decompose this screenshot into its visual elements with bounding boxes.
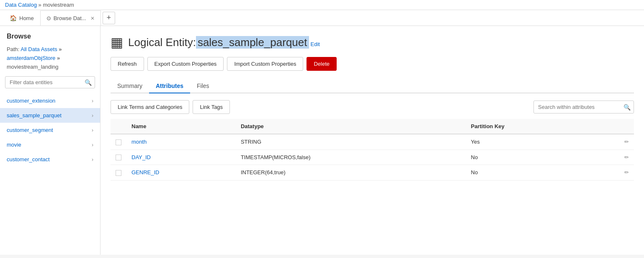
row-checkbox[interactable] [116, 139, 121, 145]
filter-input[interactable] [5, 76, 95, 88]
row-name-link[interactable]: month [131, 139, 147, 145]
path-label: Path: [7, 46, 19, 52]
table-header-datatype: Datatype [236, 119, 466, 134]
attributes-toolbar: Link Terms and Categories Link Tags 🔍 [111, 100, 634, 114]
edit-icon[interactable]: ✏ [624, 139, 629, 145]
table-header-name: Name [126, 119, 236, 134]
row-edit-cell: ✏ [592, 134, 634, 150]
home-icon: 🏠 [10, 15, 17, 21]
row-name-link[interactable]: GENRE_ID [131, 169, 159, 175]
import-button[interactable]: Import Custom Properties [227, 57, 303, 71]
entity-table-icon: ▦ [111, 34, 123, 50]
row-datatype-cell: INTEGER(64,true) [236, 165, 466, 181]
row-name-link[interactable]: DAY_ID [131, 154, 151, 160]
tab-files[interactable]: Files [190, 79, 216, 93]
tab-attributes[interactable]: Attributes [149, 79, 190, 93]
entity-name: sales_sample_parquet [196, 36, 309, 49]
sidebar-item-customer-extension[interactable]: customer_extension › [0, 93, 100, 108]
tab-home-label: Home [19, 15, 34, 21]
chevron-right-icon: › [92, 98, 93, 104]
sidebar: Browse Path: All Data Assets » amsterdam… [0, 26, 100, 255]
sidebar-item-customer-segment[interactable]: customer_segment › [0, 123, 100, 137]
path-plain: moviestream_landing [7, 64, 59, 70]
table-row: DAY_ID TIMESTAMP(MICROS,false) No ✏ [111, 150, 634, 165]
chevron-right-icon: › [92, 113, 93, 119]
breadcrumb-page: moviestream [43, 2, 74, 8]
row-datatype-cell: STRING [236, 134, 466, 150]
table-row: GENRE_ID INTEGER(64,true) No ✏ [111, 165, 634, 181]
path-sep1: » [59, 46, 62, 52]
row-edit-cell: ✏ [592, 150, 634, 165]
edit-icon[interactable]: ✏ [624, 169, 629, 175]
globe-icon: ⊙ [46, 15, 51, 21]
sidebar-item-customer-contact[interactable]: customer_contact › [0, 152, 100, 167]
sidebar-path: Path: All Data Assets » amsterdamObjStor… [0, 45, 100, 76]
row-name-cell: DAY_ID [126, 150, 236, 165]
attr-toolbar-left: Link Terms and Categories Link Tags [111, 100, 230, 114]
row-datatype-cell: TIMESTAMP(MICROS,false) [236, 150, 466, 165]
row-partition-key-cell: No [466, 150, 592, 165]
sidebar-title: Browse [0, 33, 100, 45]
tabs-bar: 🏠 Home ⊙ Browse Dat... ✕ + [0, 10, 644, 26]
row-edit-cell: ✏ [592, 165, 634, 181]
link-tags-button[interactable]: Link Tags [193, 100, 230, 114]
table-header-partition-key: Partition Key [466, 119, 592, 134]
sidebar-item-movie[interactable]: movie › [0, 137, 100, 152]
chevron-right-icon: › [92, 142, 93, 148]
sidebar-item-label: sales_sample_parquet [7, 112, 62, 119]
row-partition-key-cell: No [466, 165, 592, 181]
row-checkbox[interactable] [116, 170, 121, 176]
search-attributes-icon: 🔍 [623, 104, 631, 111]
entity-label-prefix: Logical Entity: [128, 36, 196, 49]
close-icon[interactable]: ✕ [90, 15, 95, 21]
sidebar-item-label: movie [7, 142, 21, 148]
filter-search-icon: 🔍 [85, 79, 92, 86]
chevron-right-icon: › [92, 127, 93, 133]
tab-home[interactable]: 🏠 Home [3, 10, 40, 26]
table-header-row: Name Datatype Partition Key [111, 119, 634, 134]
path-link-all-assets[interactable]: All Data Assets [21, 46, 57, 52]
nav-tabs: Summary Attributes Files [111, 79, 634, 93]
breadcrumb-app-link[interactable]: Data Catalog [5, 2, 37, 8]
tab-browse-label: Browse Dat... [54, 15, 86, 21]
sidebar-item-label: customer_contact [7, 156, 50, 163]
export-button[interactable]: Export Custom Properties [147, 57, 224, 71]
entity-edit-link[interactable]: Edit [311, 41, 320, 47]
entity-title: Logical Entity:sales_sample_parquetEdit [128, 36, 320, 49]
table-header-actions [592, 119, 634, 134]
content-area: ▦ Logical Entity:sales_sample_parquetEdi… [100, 26, 644, 255]
attributes-table: Name Datatype Partition Key month STRING… [111, 119, 634, 181]
sidebar-item-label: customer_segment [7, 127, 53, 133]
row-name-cell: GENRE_ID [126, 165, 236, 181]
edit-icon[interactable]: ✏ [624, 154, 629, 160]
filter-box: 🔍 [5, 76, 95, 88]
delete-button[interactable]: Delete [307, 57, 337, 71]
row-name-cell: month [126, 134, 236, 150]
action-buttons: Refresh Export Custom Properties Import … [111, 57, 634, 71]
breadcrumb-sep: » [39, 2, 41, 8]
row-checkbox-cell [111, 165, 126, 181]
chevron-right-icon: › [92, 157, 93, 163]
tab-summary[interactable]: Summary [111, 79, 149, 93]
row-checkbox-cell [111, 150, 126, 165]
path-sep2: » [57, 55, 60, 61]
breadcrumb: Data Catalog » moviestream [0, 0, 644, 10]
search-attributes-input[interactable] [533, 101, 634, 114]
path-link-amsterdam[interactable]: amsterdamObjStore [7, 55, 55, 61]
row-checkbox[interactable] [116, 155, 121, 160]
table-header-checkbox [111, 119, 126, 134]
add-tab-button[interactable]: + [103, 12, 115, 24]
refresh-button[interactable]: Refresh [111, 57, 144, 71]
table-row: month STRING Yes ✏ [111, 134, 634, 150]
entity-header: ▦ Logical Entity:sales_sample_parquetEdi… [111, 34, 634, 50]
link-terms-button[interactable]: Link Terms and Categories [111, 100, 189, 114]
sidebar-item-sales-sample-parquet[interactable]: sales_sample_parquet › [0, 108, 100, 123]
tab-browse[interactable]: ⊙ Browse Dat... ✕ [40, 10, 101, 26]
attr-search: 🔍 [533, 101, 634, 114]
row-checkbox-cell [111, 134, 126, 150]
sidebar-item-label: customer_extension [7, 98, 55, 104]
main-layout: Browse Path: All Data Assets » amsterdam… [0, 26, 644, 255]
row-partition-key-cell: Yes [466, 134, 592, 150]
